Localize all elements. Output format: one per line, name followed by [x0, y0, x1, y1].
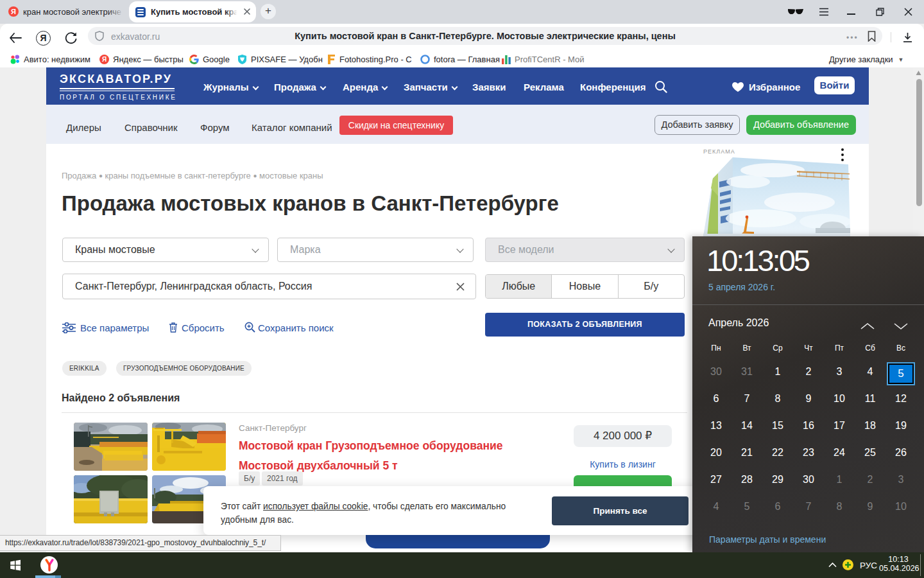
svg-text:Я: Я — [102, 56, 107, 63]
